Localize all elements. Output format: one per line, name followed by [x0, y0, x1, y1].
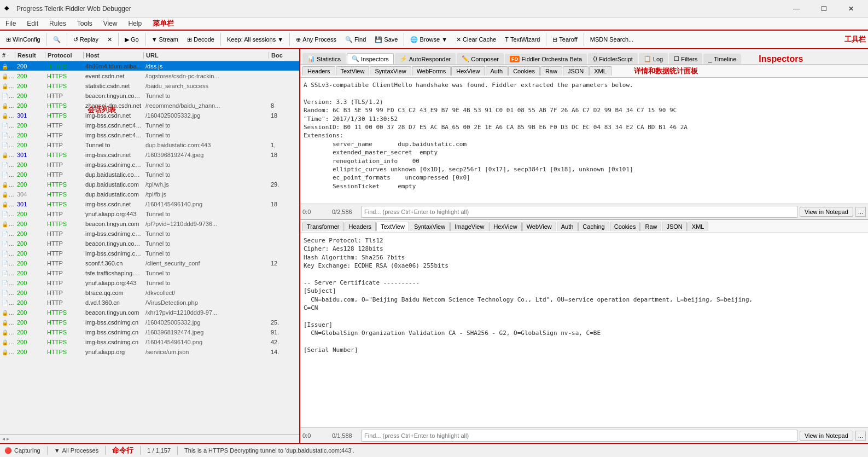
- tearoff-button[interactable]: ⊟ Tearoff: [549, 34, 581, 45]
- table-row[interactable]: 🔒683 200 HTTPS beacon.tingyun.com /pf?pv…: [0, 219, 299, 229]
- table-row[interactable]: 🔒669 200 HTTPS statistic.csdn.net /baidu…: [0, 81, 299, 91]
- msdn-search-button[interactable]: MSDN Search...: [586, 34, 637, 45]
- resp-tab-cookies[interactable]: Cookies: [610, 222, 640, 231]
- menu-rules[interactable]: Rules: [44, 18, 72, 29]
- clear-cache-button[interactable]: ✕ Clear Cache: [452, 34, 500, 45]
- stream-button[interactable]: ▼ Stream: [148, 34, 182, 45]
- req-tab-hexview[interactable]: HexView: [451, 66, 485, 76]
- keep-sessions-button[interactable]: Keep: All sessions ▼: [223, 34, 287, 45]
- col-header-result[interactable]: Result: [15, 52, 45, 59]
- view-notepad-lower[interactable]: View in Notepad: [800, 431, 853, 441]
- textwizard-button[interactable]: T TextWizard: [501, 34, 544, 45]
- ellipsis-lower[interactable]: ...: [855, 431, 866, 441]
- col-header-body[interactable]: Boc: [269, 52, 299, 59]
- table-row[interactable]: 🔒693 200 HTTPS img-bss.csdnimg.cn /16040…: [0, 317, 299, 327]
- table-row[interactable]: 🔒695 200 HTTPS img-bss.csdnimg.cn /16041…: [0, 337, 299, 347]
- table-row[interactable]: 🔒694 200 HTTPS img-bss.csdnimg.cn /16039…: [0, 327, 299, 337]
- find-input-lower[interactable]: [362, 430, 797, 442]
- tab-fiddlerorchestra[interactable]: FO Fiddler Orchestra Beta: [505, 54, 587, 64]
- minimize-button[interactable]: —: [784, 1, 809, 16]
- req-tab-json[interactable]: JSON: [563, 66, 589, 76]
- table-row[interactable]: 🔒667 200 HTTPS 4h86m4.tdum.aliba... /dss…: [0, 61, 299, 71]
- horizontal-scrollbar[interactable]: ◂ ▸: [0, 434, 299, 443]
- resp-tab-webview[interactable]: WebView: [522, 222, 556, 231]
- col-header-url[interactable]: URL: [144, 52, 269, 59]
- resp-tab-headers[interactable]: Headers: [345, 222, 376, 231]
- table-row[interactable]: 📄684 200 HTTP img-bss.csdnimg.cn:443 Tun…: [0, 229, 299, 239]
- table-row[interactable]: 🔒672 301 HTTPS img-bss.csdn.net /1604025…: [0, 111, 299, 120]
- any-process-button[interactable]: ⊕ Any Process: [292, 34, 340, 45]
- menu-help[interactable]: Help: [123, 18, 148, 29]
- close-button[interactable]: ✕: [838, 1, 864, 16]
- table-row[interactable]: 📄670 200 HTTP beacon.tingyun.com:443 Tun…: [0, 91, 299, 101]
- table-row[interactable]: 📄688 200 HTTP tsfe.trafficshaping.dsp.m.…: [0, 268, 299, 278]
- table-row[interactable]: 📄685 200 HTTP beacon.tingyun.com:443 Tun…: [0, 239, 299, 248]
- table-row[interactable]: 🔒671 200 HTTPS zhannei-dm.csdn.net /reco…: [0, 101, 299, 111]
- decode-button[interactable]: ⊞ Decode: [183, 34, 218, 45]
- tab-composer[interactable]: ✏️ Composer: [457, 53, 504, 64]
- ellipsis-upper[interactable]: ...: [855, 207, 866, 217]
- table-row[interactable]: 📄690 200 HTTP btrace.qq.com /dkvcollect/: [0, 288, 299, 298]
- replay-button[interactable]: ↺ Replay: [69, 34, 102, 45]
- table-row[interactable]: 🔒668 200 HTTPS event.csdn.net /logstores…: [0, 71, 299, 81]
- table-row[interactable]: 🔒681 301 HTTPS img-bss.csdn.net /1604145…: [0, 199, 299, 209]
- save-button[interactable]: 💾 Save: [371, 34, 401, 45]
- menu-tools[interactable]: Tools: [72, 18, 98, 29]
- resp-tab-hexview[interactable]: HexView: [489, 222, 521, 231]
- menu-edit[interactable]: Edit: [21, 18, 44, 29]
- req-tab-raw[interactable]: Raw: [540, 66, 562, 76]
- req-tab-auth[interactable]: Auth: [486, 66, 508, 76]
- resp-tab-textview[interactable]: TextView: [376, 222, 409, 231]
- session-list[interactable]: 🔒667 200 HTTPS 4h86m4.tdum.aliba... /dss…: [0, 61, 299, 434]
- table-row[interactable]: 📄673 200 HTTP img-bss.csdn.net:443 Tunne…: [0, 120, 299, 130]
- table-row[interactable]: 📄691 200 HTTP d.vd.f.360.cn /VirusDetect…: [0, 298, 299, 308]
- req-tab-webforms[interactable]: WebForms: [412, 66, 451, 76]
- resp-tab-imageview[interactable]: ImageView: [450, 222, 488, 231]
- table-row[interactable]: 🔒676 301 HTTPS img-bss.csdn.net /1603968…: [0, 150, 299, 160]
- x-button[interactable]: ✕: [103, 34, 116, 45]
- menu-view[interactable]: View: [98, 18, 123, 29]
- table-row[interactable]: 📄687 200 HTTP sconf.f.360.cn /client_sec…: [0, 258, 299, 268]
- table-row[interactable]: 🔒696 200 HTTPS ynuf.aliapp.org /service/…: [0, 347, 299, 357]
- resp-tab-syntaxview[interactable]: SyntaxView: [410, 222, 450, 231]
- go-button[interactable]: ▶ Go: [121, 34, 143, 45]
- search-button[interactable]: 🔍: [49, 34, 65, 45]
- winconfig-button[interactable]: ⊞ WinConfig: [2, 34, 44, 45]
- find-button[interactable]: 🔍 Find: [341, 34, 370, 45]
- table-row[interactable]: 🔒679 200 HTTPS dup.baidustatic.com /tpl/…: [0, 180, 299, 189]
- tab-log[interactable]: 📋 Log: [639, 53, 668, 64]
- view-notepad-upper[interactable]: View in Notepad: [800, 207, 853, 217]
- resp-tab-transformer[interactable]: Transformer: [302, 222, 344, 231]
- col-header-protocol[interactable]: Protocol: [45, 52, 84, 59]
- col-header-num[interactable]: #: [0, 52, 15, 59]
- table-row[interactable]: 📄674 200 HTTP img-bss.csdn.net:443 Tunne…: [0, 130, 299, 140]
- resp-tab-auth[interactable]: Auth: [557, 222, 578, 231]
- resp-tab-xml[interactable]: XML: [688, 222, 709, 231]
- resp-tab-caching[interactable]: Caching: [578, 222, 609, 231]
- find-input-upper[interactable]: [362, 206, 797, 218]
- tab-autoresponder[interactable]: ⚡ AutoResponder: [395, 53, 456, 64]
- req-tab-xml[interactable]: XML: [589, 66, 611, 76]
- tab-fiddlerscript[interactable]: ⟨⟩ FiddlerScript: [588, 53, 638, 64]
- table-row[interactable]: 🔒692 200 HTTPS beacon.tingyun.com /xhr1?…: [0, 308, 299, 317]
- col-header-host[interactable]: Host: [84, 52, 144, 59]
- resp-tab-raw[interactable]: Raw: [640, 222, 661, 231]
- req-tab-syntaxview[interactable]: SyntaxView: [370, 66, 411, 76]
- tab-filters[interactable]: ☐ Filters: [669, 53, 702, 64]
- browse-button[interactable]: 🌐 Browse ▼: [406, 34, 451, 45]
- tab-timeline[interactable]: ⎯ Timeline: [703, 54, 741, 64]
- command-line-section[interactable]: 命令行: [112, 446, 133, 455]
- table-row[interactable]: 📄677 200 HTTP img-bss.csdnimg.cn:443 Tun…: [0, 160, 299, 170]
- req-tab-cookies[interactable]: Cookies: [508, 66, 540, 76]
- table-row[interactable]: 📄689 200 HTTP ynuf.aliapp.org:443 Tunnel…: [0, 278, 299, 288]
- table-row[interactable]: 🔒680 304 HTTPS dup.baidustatic.com /tpl/…: [0, 189, 299, 199]
- req-tab-textview[interactable]: TextView: [336, 66, 370, 76]
- table-row[interactable]: 📄686 200 HTTP img-bss.csdnimg.cn:443 Tun…: [0, 248, 299, 258]
- menu-file[interactable]: File: [0, 18, 21, 29]
- table-row[interactable]: 📄682 200 HTTP ynuf.aliapp.org:443 Tunnel…: [0, 209, 299, 219]
- table-row[interactable]: 📄678 200 HTTP dup.baidustatic.com:443 Tu…: [0, 170, 299, 180]
- tab-inspectors[interactable]: 🔍 Inspectors: [347, 53, 394, 64]
- tab-statistics[interactable]: 📊 Statistics: [302, 53, 346, 64]
- req-tab-headers[interactable]: Headers: [302, 66, 335, 76]
- resp-tab-json[interactable]: JSON: [662, 222, 686, 231]
